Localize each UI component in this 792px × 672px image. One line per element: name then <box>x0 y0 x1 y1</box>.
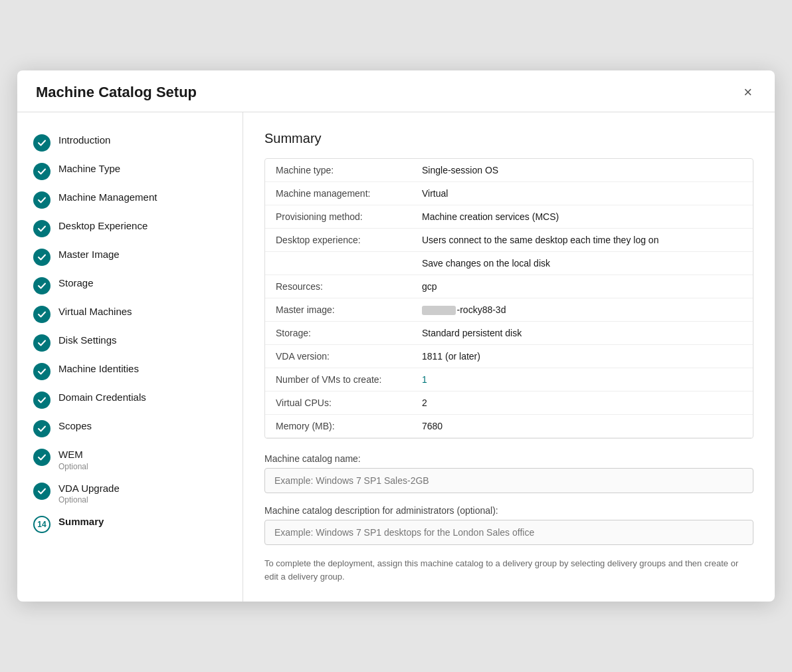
catalog-desc-label: Machine catalog description for administ… <box>264 505 753 516</box>
step-number-icon: 14 <box>33 516 50 533</box>
summary-value: Standard persistent disk <box>422 328 742 338</box>
check-icon <box>33 249 50 266</box>
dialog-body: Introduction Machine Type Machine Manage… <box>17 112 775 602</box>
sidebar-item-label: Scopes <box>58 420 92 431</box>
summary-key: Desktop experience: <box>276 235 422 245</box>
sidebar-item-storage[interactable]: Storage <box>17 271 243 300</box>
sidebar-item-optional: Optional <box>58 462 88 471</box>
summary-value: Save changes on the local disk <box>422 258 742 269</box>
sidebar-item-label: Master Image <box>58 249 120 260</box>
table-row: Storage: Standard persistent disk <box>265 322 753 345</box>
summary-key: Machine type: <box>276 165 422 175</box>
sidebar-item-domain-credentials[interactable]: Domain Credentials <box>17 386 243 414</box>
summary-value: Users connect to the same desktop each t… <box>422 235 742 245</box>
sidebar-item-summary[interactable]: 14 Summary <box>17 510 243 538</box>
check-icon <box>33 392 50 409</box>
summary-table: Machine type: Single-session OS Machine … <box>264 158 753 439</box>
sidebar-item-wem[interactable]: WEMOptional <box>17 443 243 477</box>
sidebar-item-label: Machine Management <box>58 191 157 203</box>
catalog-desc-section: Machine catalog description for administ… <box>264 505 753 545</box>
summary-value: 7680 <box>422 421 742 431</box>
sidebar-item-label: Virtual Machines <box>58 306 132 317</box>
summary-key: Number of VMs to create: <box>276 374 422 385</box>
summary-key: VDA version: <box>276 351 422 362</box>
check-icon <box>33 134 50 152</box>
summary-value: 1811 (or later) <box>422 351 742 362</box>
check-icon <box>33 483 50 500</box>
table-row: Machine type: Single-session OS <box>265 159 753 182</box>
sidebar-item-label: VDA Upgrade <box>58 483 120 494</box>
catalog-name-input[interactable] <box>264 468 753 493</box>
check-icon <box>33 220 50 237</box>
table-row: VDA version: 1811 (or later) <box>265 345 753 368</box>
sidebar-item-machine-identities[interactable]: Machine Identities <box>17 357 243 386</box>
sidebar-item-virtual-machines[interactable]: Virtual Machines <box>17 300 243 328</box>
masked-value: █████ <box>422 306 456 315</box>
check-icon <box>33 277 50 294</box>
table-row: Desktop experience: Users connect to the… <box>265 229 753 252</box>
summary-value: 2 <box>422 397 742 408</box>
check-icon <box>33 191 50 209</box>
check-icon <box>33 449 50 466</box>
sidebar-item-disk-settings[interactable]: Disk Settings <box>17 328 243 357</box>
summary-value: Machine creation services (MCS) <box>422 211 742 222</box>
table-row: Resources: gcp <box>265 275 753 298</box>
table-row: Memory (MB): 7680 <box>265 415 753 438</box>
sidebar-item-label: Domain Credentials <box>58 392 146 403</box>
summary-scroll[interactable]: Machine type: Single-session OS Machine … <box>265 159 753 438</box>
main-content: Summary Machine type: Single-session OS … <box>243 112 775 602</box>
summary-value: Virtual <box>422 188 742 199</box>
table-row: Provisioning method: Machine creation se… <box>265 205 753 229</box>
catalog-name-section: Machine catalog name: <box>264 453 753 493</box>
summary-key: Virtual CPUs: <box>276 397 422 408</box>
sidebar-item-vda-upgrade[interactable]: VDA UpgradeOptional <box>17 477 243 510</box>
dialog-header: Machine Catalog Setup × <box>17 70 775 112</box>
sidebar-item-introduction[interactable]: Introduction <box>17 128 243 157</box>
sidebar-item-machine-management[interactable]: Machine Management <box>17 185 243 214</box>
summary-key: Memory (MB): <box>276 421 422 431</box>
sidebar-item-label: Storage <box>58 277 94 288</box>
dialog-title: Machine Catalog Setup <box>36 84 197 101</box>
table-row: Save changes on the local disk <box>265 252 753 275</box>
table-row: Machine management: Virtual <box>265 182 753 205</box>
sidebar-item-machine-type[interactable]: Machine Type <box>17 157 243 185</box>
table-row: Master image: █████-rocky88-3d <box>265 298 753 322</box>
sidebar-item-label: Disk Settings <box>58 334 117 346</box>
sidebar-item-label: Introduction <box>58 134 110 146</box>
footer-note: To complete the deployment, assign this … <box>264 557 753 583</box>
table-row: Number of VMs to create: 1 <box>265 368 753 392</box>
check-icon <box>33 363 50 380</box>
summary-value: █████-rocky88-3d <box>422 304 742 315</box>
sidebar-item-label: Machine Identities <box>58 363 139 374</box>
summary-key: Provisioning method: <box>276 211 422 222</box>
sidebar: Introduction Machine Type Machine Manage… <box>17 112 243 602</box>
sidebar-item-label: Machine Type <box>58 163 120 174</box>
check-icon <box>33 163 50 180</box>
summary-value: gcp <box>422 281 742 292</box>
check-icon <box>33 334 50 352</box>
sidebar-item-master-image[interactable]: Master Image <box>17 243 243 271</box>
sidebar-item-optional: Optional <box>58 495 120 504</box>
catalog-name-label: Machine catalog name: <box>264 453 753 464</box>
check-icon <box>33 306 50 323</box>
catalog-desc-input[interactable] <box>264 520 753 545</box>
sidebar-item-desktop-experience[interactable]: Desktop Experience <box>17 214 243 243</box>
machine-catalog-dialog: Machine Catalog Setup × Introduction Mac… <box>17 70 775 602</box>
sidebar-item-scopes[interactable]: Scopes <box>17 414 243 443</box>
summary-title: Summary <box>264 131 753 146</box>
summary-value: Single-session OS <box>422 165 742 175</box>
summary-key: Machine management: <box>276 188 422 199</box>
summary-key: Master image: <box>276 304 422 315</box>
summary-key: Resources: <box>276 281 422 292</box>
sidebar-item-label: Summary <box>58 516 104 527</box>
summary-key: Storage: <box>276 328 422 338</box>
summary-value: 1 <box>422 374 742 385</box>
sidebar-item-label: WEM <box>58 449 83 460</box>
table-row: Virtual CPUs: 2 <box>265 392 753 415</box>
sidebar-item-label: Desktop Experience <box>58 220 148 231</box>
check-icon <box>33 420 50 437</box>
close-button[interactable]: × <box>740 84 756 101</box>
